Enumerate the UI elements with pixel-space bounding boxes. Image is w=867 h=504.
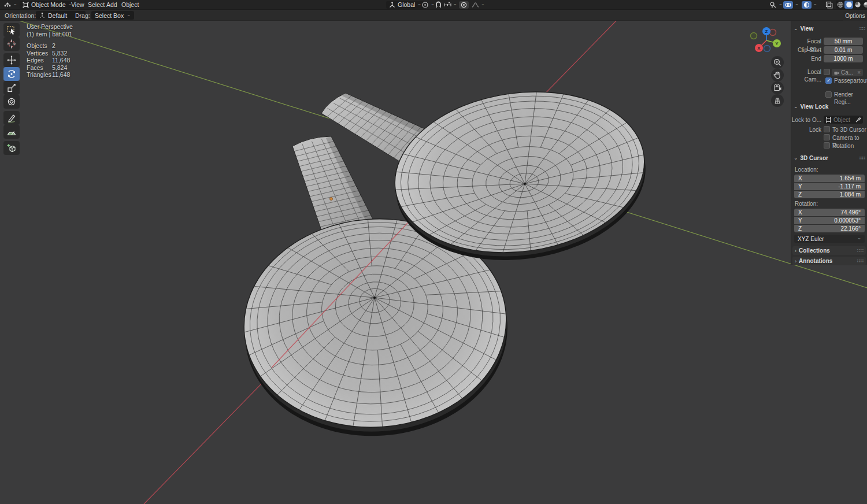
toggle-xray-button[interactable]: ⌄: [802, 0, 817, 9]
panel-title: View Lock: [801, 103, 829, 110]
passepartout-label: Passepartout: [834, 77, 867, 84]
panel-header-view-lock[interactable]: ⌄ View Lock: [794, 102, 865, 110]
panel-header-collections[interactable]: › Collections ∷∷: [792, 246, 866, 255]
cursor-location-x[interactable]: X1.654 m: [794, 175, 865, 182]
rotate-icon: [6, 69, 17, 79]
camera-icon: [773, 83, 782, 92]
annotate-pencil-icon: [6, 113, 17, 123]
stat-label: Vertices: [27, 50, 52, 57]
render-pass-button[interactable]: [825, 0, 833, 9]
snap-toggle-button[interactable]: [435, 0, 442, 9]
falloff-dropdown[interactable]: ⌄: [472, 0, 485, 9]
stat-label: Triangles: [27, 71, 52, 79]
viewport-3d-scene[interactable]: [0, 21, 867, 504]
options-tab[interactable]: Options: [843, 11, 867, 21]
eyedropper-icon[interactable]: [855, 117, 861, 123]
shading-solid-button[interactable]: [844, 1, 853, 9]
cursor-rotation-z[interactable]: Z22.166°: [794, 225, 865, 232]
mode-dropdown[interactable]: Object Mode ⌄: [20, 0, 75, 9]
shading-wireframe-button[interactable]: [836, 1, 844, 9]
tool-annotate-button[interactable]: [3, 111, 20, 125]
pivot-point-icon: [421, 1, 429, 9]
pan-view-button[interactable]: [771, 69, 784, 81]
show-gizmo-button[interactable]: ⌄: [769, 0, 783, 9]
panel-header-3d-cursor[interactable]: ⌄ 3D Cursor ∷∷: [794, 154, 865, 162]
tool-scale-button[interactable]: [3, 81, 20, 95]
clear-icon[interactable]: ×: [857, 69, 861, 76]
viewport-stats-overlay: User Perspective (1) item | bat.001 Obje…: [27, 23, 73, 79]
stat-value: 11,648: [52, 57, 70, 64]
drag-handle-icon[interactable]: ∷∷: [859, 26, 865, 31]
panel-title: Annotations: [799, 258, 832, 264]
passepartout-checkbox[interactable]: ✓: [825, 77, 832, 84]
show-overlays-button[interactable]: ⌄: [783, 0, 799, 9]
toggle-perspective-button[interactable]: [771, 94, 784, 107]
orientation-default-icon: [39, 12, 45, 18]
3d-cursor-marker: [330, 198, 333, 201]
drag-handle-icon[interactable]: ∷∷: [857, 248, 864, 253]
proportional-editing-button[interactable]: [459, 0, 469, 9]
magnifier-zoom-icon: [773, 58, 782, 67]
stat-label: Edges: [27, 57, 52, 64]
camera-view-button[interactable]: [771, 81, 784, 94]
clip-end-label: End: [791, 55, 821, 62]
tool-cursor-button[interactable]: [3, 37, 20, 51]
render-region-checkbox[interactable]: [825, 91, 832, 98]
transform-orientation-dropdown[interactable]: Global ⌄: [386, 0, 424, 9]
menu-object[interactable]: Object: [118, 0, 142, 9]
tool-measure-button[interactable]: [3, 125, 20, 139]
gizmo-y-label: Y: [775, 41, 779, 46]
tool-add-cube-button[interactable]: [3, 141, 20, 155]
gizmo-axis-neg-x[interactable]: [770, 29, 776, 36]
lock-3d-cursor-checkbox[interactable]: [824, 126, 830, 132]
gizmo-axis-neg-y[interactable]: [751, 33, 757, 39]
lock-rotation-checkbox[interactable]: [824, 142, 830, 149]
camera-to-view-checkbox[interactable]: [824, 134, 830, 140]
chevron-down-icon: ⌄: [813, 2, 817, 6]
drag-dropdown[interactable]: Select Box ⌄: [91, 11, 134, 20]
object-mode-icon: [23, 2, 29, 8]
cursor-rotation-y[interactable]: Y0.000053°: [794, 217, 865, 224]
rendered-shading-icon: [863, 1, 867, 8]
panel-header-annotations[interactable]: › Annotations ∷∷: [792, 257, 866, 265]
chevron-down-icon: ⌄: [857, 236, 861, 240]
focal-length-field[interactable]: 50 mm: [824, 38, 863, 45]
navigation-gizmo[interactable]: Z Y X: [749, 24, 786, 57]
editor-type-button[interactable]: ⌄: [3, 0, 17, 9]
select-box-icon: [6, 25, 17, 35]
focal-length-label: Focal Len...: [791, 38, 821, 45]
cursor-location-y[interactable]: Y-1.117 m: [794, 183, 865, 190]
overlays-icon: [785, 2, 791, 8]
cursor-location-z[interactable]: Z1.084 m: [794, 191, 865, 198]
object-data-icon: [826, 117, 831, 123]
snap-settings-dropdown[interactable]: ⌄: [444, 0, 457, 9]
lock-to-object-field[interactable]: Object: [824, 116, 863, 124]
drag-handle-icon[interactable]: ∷∷: [857, 258, 864, 264]
chevron-down-icon: ⌄: [127, 13, 131, 17]
panel-header-view[interactable]: ⌄ View ∷∷: [794, 24, 865, 32]
tool-rotate-button[interactable]: [3, 67, 20, 81]
stat-value: 2: [52, 42, 55, 50]
euler-mode-dropdown[interactable]: XYZ Euler ⌄: [794, 235, 865, 243]
cursor-rotation-x[interactable]: X74.496°: [794, 209, 865, 216]
pivot-point-button[interactable]: ⌄: [421, 0, 435, 9]
shading-material-button[interactable]: [853, 1, 862, 9]
tool-select-box-button[interactable]: [3, 23, 20, 37]
stat-value: 5,832: [52, 50, 67, 57]
wireframe-shading-icon: [837, 1, 844, 8]
clip-end-field[interactable]: 1000 m: [824, 55, 863, 62]
render-pass-icon: [825, 1, 833, 9]
zoom-view-button[interactable]: [771, 56, 784, 69]
chevron-down-icon: ⌄: [795, 2, 799, 6]
tool-transform-button[interactable]: [3, 95, 20, 109]
tool-move-button[interactable]: [3, 53, 20, 67]
gizmo-axis-neg-z[interactable]: [764, 46, 770, 52]
clip-start-field[interactable]: 0.01 m: [824, 46, 863, 54]
3d-viewport-editor-icon: [3, 1, 12, 8]
gizmo-icon: [769, 1, 777, 9]
local-camera-field[interactable]: Ca... ×: [832, 69, 863, 76]
chevron-down-icon: ⌄: [453, 2, 457, 6]
local-camera-checkbox[interactable]: [824, 69, 830, 75]
shading-rendered-button[interactable]: [862, 1, 867, 9]
drag-handle-icon[interactable]: ∷∷: [859, 155, 865, 161]
